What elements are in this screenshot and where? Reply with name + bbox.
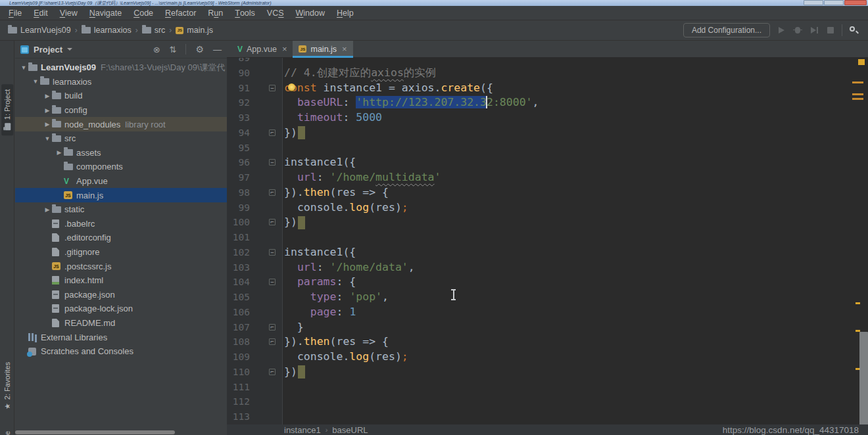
code-line-93[interactable]: 93 timeout: 5000 [227, 110, 868, 126]
collapse-all-icon[interactable]: ⇅ [170, 45, 177, 54]
menu-navigate[interactable]: Navigate [84, 6, 128, 20]
breadcrumb-instance1[interactable]: instance1 [284, 425, 321, 435]
tool-window-structure-button[interactable]: cture [0, 426, 14, 435]
tool-window-project-button[interactable]: 1: Project [0, 74, 14, 146]
tree-item-app-vue[interactable]: VApp.vue [15, 174, 227, 189]
code-line-100[interactable]: 100⌐}) [227, 215, 868, 230]
code-line-94[interactable]: 94⌐}) [227, 126, 868, 141]
code-line-99[interactable]: 99 console.log(res); [227, 200, 868, 216]
code-line-112[interactable]: 112 [227, 394, 868, 409]
chevron-expanded-icon[interactable]: ▼ [43, 135, 52, 142]
chevron-expanded-icon[interactable]: ▼ [19, 64, 28, 71]
tree-item-node-modules[interactable]: ▶node_moduleslibrary root [15, 117, 227, 131]
code-line-110[interactable]: 110⌐}) [227, 365, 868, 380]
code-line-109[interactable]: 109 console.log(res); [227, 350, 868, 365]
code-line-104[interactable]: 104− params: { [227, 275, 868, 290]
menu-view[interactable]: View [54, 6, 84, 20]
fold-end-icon[interactable]: ⌐ [269, 324, 276, 331]
debug-icon[interactable] [792, 25, 803, 35]
code-line-107[interactable]: 107⌐ } [227, 320, 868, 335]
tree-item-config[interactable]: ▶config [15, 103, 227, 118]
code-line-89[interactable]: 89 [227, 58, 868, 66]
tree-item-src[interactable]: ▼src [15, 131, 227, 146]
tree-item-learnvuejs09[interactable]: ▼LearnVuejs09F:\share\13-Vuejs\Day 09\课堂… [15, 60, 227, 75]
code-line-98[interactable]: 98⌐}).then(res => { [227, 185, 868, 200]
tree-item-components[interactable]: components [15, 160, 227, 174]
stop-icon[interactable] [825, 25, 836, 35]
fold-end-icon[interactable]: ⌐ [269, 129, 276, 136]
fold-start-icon[interactable]: − [269, 279, 276, 285]
menu-window[interactable]: Window [290, 6, 331, 20]
tree-item-external-libraries[interactable]: External Libraries [15, 330, 227, 344]
add-configuration-button[interactable]: Add Configuration... [683, 23, 770, 37]
maximize-button[interactable] [824, 0, 844, 5]
code-line-105[interactable]: 105 type: 'pop', [227, 290, 868, 305]
code-line-92[interactable]: 92 baseURL: 'http://123.207.32.32:8000', [227, 95, 868, 110]
intention-bulb-icon[interactable] [288, 83, 295, 91]
breadcrumb-baseurl[interactable]: baseURL [332, 425, 368, 435]
chevron-collapsed-icon[interactable]: ▶ [43, 121, 52, 127]
chevron-collapsed-icon[interactable]: ▶ [43, 206, 52, 213]
chevron-down-icon[interactable] [67, 48, 72, 51]
fold-end-icon[interactable]: ⌐ [269, 189, 276, 196]
fold-start-icon[interactable]: − [269, 159, 276, 166]
code-line-103[interactable]: 103 url: '/home/data', [227, 260, 868, 275]
fold-start-icon[interactable]: − [269, 85, 276, 91]
gear-icon[interactable]: ⚙ [195, 45, 204, 54]
menu-file[interactable]: File [3, 6, 28, 20]
fold-end-icon[interactable]: ⌐ [269, 369, 276, 375]
tree-item-static[interactable]: ▶static [15, 202, 227, 217]
project-horizontal-scrollbar[interactable] [15, 430, 175, 434]
code-editor[interactable]: 8990// 4.创建对应的axios的实例91−const instance1… [227, 58, 868, 424]
fold-end-icon[interactable]: ⌐ [269, 338, 276, 345]
code-line-113[interactable]: 113 [227, 409, 868, 424]
code-line-91[interactable]: 91−const instance1 = axios.create({ [227, 81, 868, 96]
minimize-button[interactable] [804, 0, 823, 5]
code-line-111[interactable]: 111 [227, 380, 868, 395]
hide-panel-icon[interactable]: — [213, 45, 222, 54]
code-line-101[interactable]: 101 [227, 230, 868, 245]
code-line-95[interactable]: 95 [227, 141, 868, 156]
tree-item-build[interactable]: ▶build [15, 89, 227, 103]
breadcrumb-item-main.js[interactable]: JSmain.js [173, 24, 216, 37]
code-line-106[interactable]: 106 page: 1 [227, 305, 868, 320]
editor-tab-app.vue[interactable]: VApp.vue× [231, 41, 293, 57]
chevron-collapsed-icon[interactable]: ▶ [55, 149, 64, 156]
tree-item-learnaxios[interactable]: ▼learnaxios [15, 75, 227, 89]
chevron-collapsed-icon[interactable]: ▶ [43, 93, 52, 99]
menu-code[interactable]: Code [128, 6, 159, 20]
coverage-icon[interactable] [809, 25, 819, 35]
fold-start-icon[interactable]: − [269, 249, 276, 256]
close-tab-icon[interactable]: × [342, 44, 347, 54]
menu-tools[interactable]: Tools [229, 6, 261, 20]
tree-item--editorconfig[interactable]: .editorconfig [15, 231, 227, 245]
breadcrumb-item-learnvuejs09[interactable]: LearnVuejs09 [5, 24, 74, 37]
code-line-97[interactable]: 97 url: '/home/multidata' [227, 170, 868, 185]
tree-item-package-json[interactable]: package.json [15, 288, 227, 302]
code-line-96[interactable]: 96−instance1({ [227, 155, 868, 170]
chevron-expanded-icon[interactable]: ▼ [31, 78, 40, 85]
locate-file-icon[interactable]: ⊗ [153, 45, 160, 54]
chevron-collapsed-icon[interactable]: ▶ [43, 107, 52, 114]
tree-item-main-js[interactable]: JSmain.js [15, 188, 227, 202]
menu-help[interactable]: Help [331, 6, 360, 20]
close-button[interactable] [844, 0, 867, 5]
search-icon[interactable] [848, 25, 859, 35]
breadcrumb-item-src[interactable]: src [139, 24, 168, 37]
project-panel-title[interactable]: Project [34, 45, 62, 55]
tool-window-favorites-button[interactable]: ★ 2: Favorites [0, 350, 14, 422]
menu-run[interactable]: Run [202, 6, 229, 20]
menu-vcs[interactable]: VCS [261, 6, 290, 20]
breadcrumb-item-learnaxios[interactable]: learnaxios [79, 24, 134, 37]
tree-item-scratches-and-consoles[interactable]: Scratches and Consoles [15, 344, 227, 359]
tree-item-index-html[interactable]: index.html [15, 273, 227, 288]
menu-edit[interactable]: Edit [28, 6, 54, 20]
code-line-102[interactable]: 102−instance1({ [227, 245, 868, 260]
tree-item-assets[interactable]: ▶assets [15, 146, 227, 160]
editor-tab-main.js[interactable]: JSmain.js× [293, 41, 352, 57]
tree-item-readme-md[interactable]: README.md [15, 316, 227, 331]
code-line-108[interactable]: 108⌐}).then(res => { [227, 334, 868, 350]
tree-item--postcssrc-js[interactable]: JS.postcssrc.js [15, 259, 227, 273]
code-line-90[interactable]: 90// 4.创建对应的axios的实例 [227, 66, 868, 81]
tree-item--babelrc[interactable]: .babelrc [15, 217, 227, 231]
